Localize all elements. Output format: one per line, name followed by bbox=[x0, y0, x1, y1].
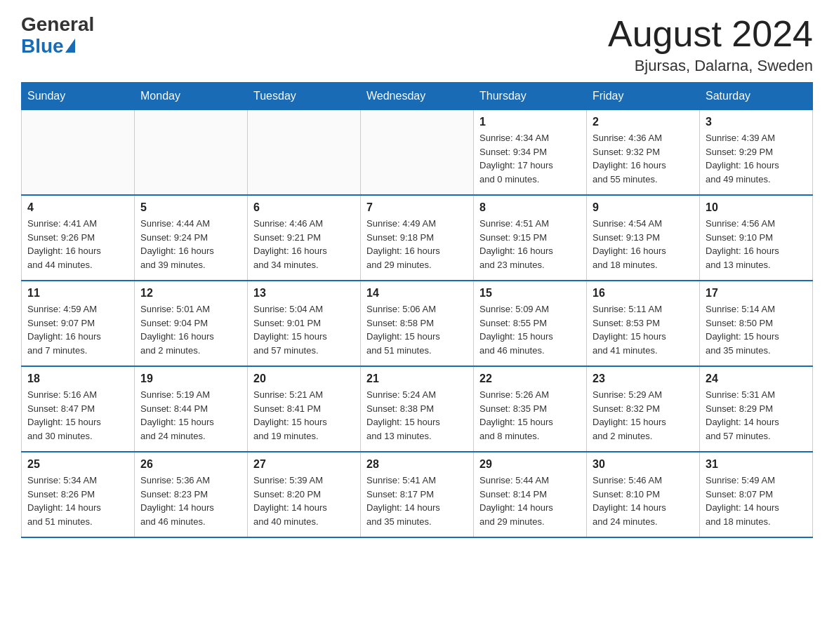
day-info: Sunrise: 4:44 AM Sunset: 9:24 PM Dayligh… bbox=[140, 217, 241, 271]
day-info: Sunrise: 4:39 AM Sunset: 9:29 PM Dayligh… bbox=[706, 131, 807, 186]
day-number: 10 bbox=[706, 201, 807, 214]
calendar-table: Sunday Monday Tuesday Wednesday Thursday… bbox=[21, 82, 813, 538]
calendar-cell-w2-d3: 7Sunrise: 4:49 AM Sunset: 9:18 PM Daylig… bbox=[361, 195, 474, 281]
day-info: Sunrise: 4:54 AM Sunset: 9:13 PM Dayligh… bbox=[593, 217, 694, 271]
day-number: 17 bbox=[706, 287, 807, 300]
day-number: 22 bbox=[479, 373, 581, 385]
day-number: 24 bbox=[706, 373, 807, 385]
calendar-cell-w4-d5: 23Sunrise: 5:29 AM Sunset: 8:32 PM Dayli… bbox=[587, 366, 700, 452]
day-number: 25 bbox=[27, 458, 128, 471]
header-friday: Friday bbox=[587, 83, 700, 110]
day-number: 28 bbox=[366, 458, 468, 471]
day-info: Sunrise: 4:41 AM Sunset: 9:26 PM Dayligh… bbox=[27, 217, 128, 271]
page-header: General Blue August 2024 Bjursas, Dalarn… bbox=[21, 14, 813, 75]
title-area: August 2024 Bjursas, Dalarna, Sweden bbox=[608, 14, 813, 75]
calendar-cell-w3-d3: 14Sunrise: 5:06 AM Sunset: 8:58 PM Dayli… bbox=[361, 281, 474, 366]
day-info: Sunrise: 5:31 AM Sunset: 8:29 PM Dayligh… bbox=[706, 388, 807, 443]
day-info: Sunrise: 5:46 AM Sunset: 8:10 PM Dayligh… bbox=[593, 474, 694, 528]
calendar-cell-w5-d1: 26Sunrise: 5:36 AM Sunset: 8:23 PM Dayli… bbox=[135, 452, 248, 537]
header-saturday: Saturday bbox=[700, 83, 813, 110]
day-number: 1 bbox=[479, 116, 581, 128]
calendar-cell-w3-d4: 15Sunrise: 5:09 AM Sunset: 8:55 PM Dayli… bbox=[474, 281, 587, 366]
calendar-cell-w1-d2 bbox=[248, 110, 361, 196]
calendar-cell-w2-d6: 10Sunrise: 4:56 AM Sunset: 9:10 PM Dayli… bbox=[700, 195, 813, 281]
day-info: Sunrise: 5:26 AM Sunset: 8:35 PM Dayligh… bbox=[479, 388, 581, 443]
calendar-week-5: 25Sunrise: 5:34 AM Sunset: 8:26 PM Dayli… bbox=[22, 452, 813, 537]
day-info: Sunrise: 4:51 AM Sunset: 9:15 PM Dayligh… bbox=[479, 217, 581, 271]
header-sunday: Sunday bbox=[22, 83, 135, 110]
day-info: Sunrise: 5:41 AM Sunset: 8:17 PM Dayligh… bbox=[366, 474, 468, 528]
calendar-cell-w3-d0: 11Sunrise: 4:59 AM Sunset: 9:07 PM Dayli… bbox=[22, 281, 135, 366]
calendar-cell-w3-d2: 13Sunrise: 5:04 AM Sunset: 9:01 PM Dayli… bbox=[248, 281, 361, 366]
day-info: Sunrise: 5:29 AM Sunset: 8:32 PM Dayligh… bbox=[593, 388, 694, 443]
logo: General Blue bbox=[21, 14, 94, 58]
day-number: 21 bbox=[366, 373, 468, 385]
calendar-week-3: 11Sunrise: 4:59 AM Sunset: 9:07 PM Dayli… bbox=[22, 281, 813, 366]
calendar-cell-w4-d0: 18Sunrise: 5:16 AM Sunset: 8:47 PM Dayli… bbox=[22, 366, 135, 452]
day-number: 14 bbox=[366, 287, 468, 300]
day-info: Sunrise: 4:59 AM Sunset: 9:07 PM Dayligh… bbox=[27, 302, 128, 357]
logo-blue: Blue bbox=[21, 36, 64, 58]
day-info: Sunrise: 5:14 AM Sunset: 8:50 PM Dayligh… bbox=[706, 302, 807, 357]
calendar-cell-w1-d4: 1Sunrise: 4:34 AM Sunset: 9:34 PM Daylig… bbox=[474, 110, 587, 196]
calendar-cell-w4-d2: 20Sunrise: 5:21 AM Sunset: 8:41 PM Dayli… bbox=[248, 366, 361, 452]
day-number: 4 bbox=[27, 201, 128, 214]
calendar-cell-w4-d4: 22Sunrise: 5:26 AM Sunset: 8:35 PM Dayli… bbox=[474, 366, 587, 452]
calendar-cell-w3-d1: 12Sunrise: 5:01 AM Sunset: 9:04 PM Dayli… bbox=[135, 281, 248, 366]
calendar-cell-w3-d6: 17Sunrise: 5:14 AM Sunset: 8:50 PM Dayli… bbox=[700, 281, 813, 366]
location-subtitle: Bjursas, Dalarna, Sweden bbox=[608, 57, 813, 75]
day-number: 3 bbox=[706, 116, 807, 128]
calendar-week-4: 18Sunrise: 5:16 AM Sunset: 8:47 PM Dayli… bbox=[22, 366, 813, 452]
day-info: Sunrise: 4:56 AM Sunset: 9:10 PM Dayligh… bbox=[706, 217, 807, 271]
day-number: 26 bbox=[140, 458, 241, 471]
day-info: Sunrise: 5:39 AM Sunset: 8:20 PM Dayligh… bbox=[253, 474, 355, 528]
day-info: Sunrise: 4:36 AM Sunset: 9:32 PM Dayligh… bbox=[593, 131, 694, 186]
day-info: Sunrise: 5:34 AM Sunset: 8:26 PM Dayligh… bbox=[27, 474, 128, 528]
calendar-header-row: Sunday Monday Tuesday Wednesday Thursday… bbox=[22, 83, 813, 110]
day-info: Sunrise: 5:49 AM Sunset: 8:07 PM Dayligh… bbox=[706, 474, 807, 528]
day-number: 19 bbox=[140, 373, 241, 385]
day-number: 23 bbox=[593, 373, 694, 385]
calendar-cell-w5-d2: 27Sunrise: 5:39 AM Sunset: 8:20 PM Dayli… bbox=[248, 452, 361, 537]
header-wednesday: Wednesday bbox=[361, 83, 474, 110]
day-number: 15 bbox=[479, 287, 581, 300]
day-info: Sunrise: 5:11 AM Sunset: 8:53 PM Dayligh… bbox=[593, 302, 694, 357]
calendar-cell-w5-d3: 28Sunrise: 5:41 AM Sunset: 8:17 PM Dayli… bbox=[361, 452, 474, 537]
day-number: 9 bbox=[593, 201, 694, 214]
calendar-cell-w1-d6: 3Sunrise: 4:39 AM Sunset: 9:29 PM Daylig… bbox=[700, 110, 813, 196]
calendar-week-2: 4Sunrise: 4:41 AM Sunset: 9:26 PM Daylig… bbox=[22, 195, 813, 281]
calendar-cell-w2-d5: 9Sunrise: 4:54 AM Sunset: 9:13 PM Daylig… bbox=[587, 195, 700, 281]
calendar-cell-w4-d6: 24Sunrise: 5:31 AM Sunset: 8:29 PM Dayli… bbox=[700, 366, 813, 452]
calendar-cell-w2-d1: 5Sunrise: 4:44 AM Sunset: 9:24 PM Daylig… bbox=[135, 195, 248, 281]
day-number: 11 bbox=[27, 287, 128, 300]
day-number: 5 bbox=[140, 201, 241, 214]
month-year-title: August 2024 bbox=[608, 14, 813, 54]
calendar-cell-w1-d5: 2Sunrise: 4:36 AM Sunset: 9:32 PM Daylig… bbox=[587, 110, 700, 196]
day-info: Sunrise: 5:04 AM Sunset: 9:01 PM Dayligh… bbox=[253, 302, 355, 357]
day-info: Sunrise: 5:06 AM Sunset: 8:58 PM Dayligh… bbox=[366, 302, 468, 357]
day-info: Sunrise: 4:34 AM Sunset: 9:34 PM Dayligh… bbox=[479, 131, 581, 186]
day-number: 18 bbox=[27, 373, 128, 385]
day-info: Sunrise: 5:16 AM Sunset: 8:47 PM Dayligh… bbox=[27, 388, 128, 443]
day-number: 8 bbox=[479, 201, 581, 214]
calendar-cell-w1-d3 bbox=[361, 110, 474, 196]
day-info: Sunrise: 5:24 AM Sunset: 8:38 PM Dayligh… bbox=[366, 388, 468, 443]
calendar-week-1: 1Sunrise: 4:34 AM Sunset: 9:34 PM Daylig… bbox=[22, 110, 813, 196]
day-number: 29 bbox=[479, 458, 581, 471]
calendar-cell-w2-d0: 4Sunrise: 4:41 AM Sunset: 9:26 PM Daylig… bbox=[22, 195, 135, 281]
day-number: 16 bbox=[593, 287, 694, 300]
day-info: Sunrise: 5:44 AM Sunset: 8:14 PM Dayligh… bbox=[479, 474, 581, 528]
calendar-cell-w2-d4: 8Sunrise: 4:51 AM Sunset: 9:15 PM Daylig… bbox=[474, 195, 587, 281]
day-info: Sunrise: 4:46 AM Sunset: 9:21 PM Dayligh… bbox=[253, 217, 355, 271]
day-number: 2 bbox=[593, 116, 694, 128]
day-number: 6 bbox=[253, 201, 355, 214]
day-info: Sunrise: 5:09 AM Sunset: 8:55 PM Dayligh… bbox=[479, 302, 581, 357]
logo-general: General bbox=[21, 14, 94, 36]
calendar-cell-w2-d2: 6Sunrise: 4:46 AM Sunset: 9:21 PM Daylig… bbox=[248, 195, 361, 281]
day-number: 20 bbox=[253, 373, 355, 385]
logo-arrow-icon bbox=[65, 39, 75, 53]
calendar-cell-w5-d6: 31Sunrise: 5:49 AM Sunset: 8:07 PM Dayli… bbox=[700, 452, 813, 537]
header-tuesday: Tuesday bbox=[248, 83, 361, 110]
day-number: 13 bbox=[253, 287, 355, 300]
day-info: Sunrise: 5:21 AM Sunset: 8:41 PM Dayligh… bbox=[253, 388, 355, 443]
